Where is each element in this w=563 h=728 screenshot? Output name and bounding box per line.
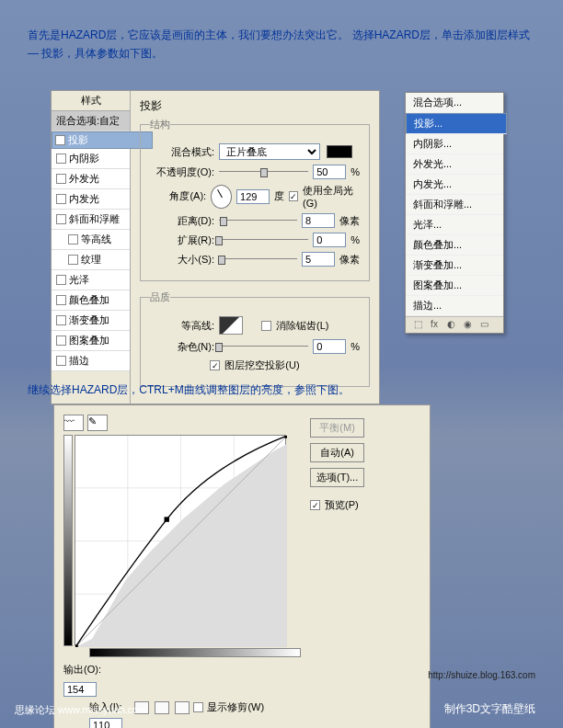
eyedropper-white-icon[interactable]: [175, 701, 190, 714]
style-label: 图案叠加: [69, 334, 109, 347]
checkbox-icon[interactable]: [56, 174, 66, 184]
checkbox-icon[interactable]: [56, 154, 66, 164]
eyedropper-gray-icon[interactable]: [155, 701, 169, 714]
mask-icon[interactable]: ◐: [444, 319, 457, 332]
noise-slider[interactable]: [219, 341, 308, 352]
checkbox-icon[interactable]: [56, 315, 66, 325]
size-input[interactable]: [302, 252, 335, 267]
spread-slider[interactable]: [219, 234, 308, 245]
style-label: 斜面和浮雕: [69, 212, 120, 226]
distance-label: 距离(D):: [150, 214, 214, 228]
ctx-stroke[interactable]: 描边...: [406, 296, 503, 316]
link-icon[interactable]: ⬚: [411, 319, 424, 332]
checkbox-icon[interactable]: [56, 214, 66, 224]
size-slider[interactable]: [219, 254, 297, 265]
style-bevel[interactable]: 斜面和浮雕: [52, 210, 130, 230]
checkbox-icon[interactable]: ✓: [289, 191, 298, 201]
style-label: 投影: [68, 133, 88, 147]
noise-label: 杂色(N):: [150, 340, 214, 354]
curves-graph[interactable]: [75, 435, 286, 646]
angle-input[interactable]: [236, 189, 270, 204]
opacity-input[interactable]: [313, 165, 346, 179]
style-contour[interactable]: 等高线: [52, 230, 130, 250]
shadow-panel: 投影 结构 混合模式: 正片叠底 不透明度(O): % 角度(A): 度 ✓ 使…: [131, 91, 379, 404]
style-label: 纹理: [81, 253, 101, 267]
checkbox-icon[interactable]: [68, 234, 78, 245]
svg-rect-8: [75, 644, 78, 647]
watermark-url: http://shuize.blog.163.com: [428, 670, 535, 680]
distance-input[interactable]: [302, 213, 335, 228]
preview-label: 预览(P): [325, 498, 359, 512]
intro-text-1: 首先是HAZARD层，它应该是画面的主体，我们要想办法突出它。 选择HAZARD…: [0, 0, 563, 74]
style-color-overlay[interactable]: 颜色叠加: [52, 290, 130, 311]
style-gradient-overlay[interactable]: 渐变叠加: [52, 311, 130, 331]
structure-legend: 结构: [150, 118, 170, 131]
palette-footer: ⬚ fx ◐ ◉ ▭: [406, 316, 503, 333]
checkbox-icon[interactable]: [193, 702, 203, 712]
style-texture[interactable]: 纹理: [52, 250, 130, 270]
checkbox-icon[interactable]: ✓: [55, 135, 65, 145]
checkbox-icon[interactable]: [56, 356, 66, 366]
checkbox-icon[interactable]: [261, 321, 271, 331]
blend-mode-select[interactable]: 正片叠底: [219, 143, 320, 160]
ctx-drop-shadow[interactable]: 投影...: [406, 113, 507, 134]
style-stroke[interactable]: 描边: [52, 351, 130, 371]
quality-legend: 品质: [150, 290, 170, 304]
checkbox-icon[interactable]: [68, 255, 78, 265]
style-pattern-overlay[interactable]: 图案叠加: [52, 331, 130, 351]
pencil-tool-button[interactable]: ✎: [87, 415, 108, 431]
svg-rect-9: [284, 436, 287, 438]
ctx-bevel[interactable]: 斜面和浮雕...: [406, 195, 503, 215]
style-label: 渐变叠加: [69, 313, 109, 327]
style-inner-shadow[interactable]: 内阴影: [52, 149, 130, 169]
distance-slider[interactable]: [219, 215, 297, 226]
spread-label: 扩展(R):: [150, 233, 214, 247]
ctx-blend-options[interactable]: 混合选项...: [406, 93, 503, 113]
checkbox-icon[interactable]: ✓: [310, 500, 320, 510]
checkbox-icon[interactable]: [56, 336, 66, 346]
input-value[interactable]: [89, 718, 122, 728]
color-swatch[interactable]: [327, 145, 352, 158]
curves-dialog: 〰 ✎ 输出(O):: [53, 404, 431, 728]
ctx-satin[interactable]: 光泽...: [406, 215, 503, 235]
spread-input[interactable]: [313, 233, 346, 247]
intro-text-2: 继续选择HAZARD层，CTRL+M曲线调整图层的亮度，参照下图。: [0, 375, 377, 405]
style-label: 外发光: [69, 172, 99, 186]
ctx-inner-shadow[interactable]: 内阴影...: [406, 134, 503, 154]
options-button[interactable]: 选项(T)...: [310, 468, 364, 487]
svg-rect-7: [165, 517, 169, 521]
noise-input[interactable]: [313, 339, 346, 354]
balance-button: 平衡(M): [310, 418, 364, 438]
output-input[interactable]: [63, 682, 97, 697]
context-menu: 混合选项... 投影... 内阴影... 外发光... 内发光... 斜面和浮雕…: [405, 92, 504, 334]
blend-options-item[interactable]: 混合选项:自定: [52, 111, 130, 131]
ctx-color-overlay[interactable]: 颜色叠加...: [406, 235, 503, 256]
adjust-icon[interactable]: ◉: [461, 319, 474, 332]
auto-button[interactable]: 自动(A): [310, 443, 364, 462]
ctx-gradient-overlay[interactable]: 渐变叠加...: [406, 256, 503, 276]
fx-icon[interactable]: fx: [428, 319, 441, 332]
deg-label: 度: [274, 189, 284, 203]
curves-right: 平衡(M) 自动(A) 选项(T)... ✓预览(P): [310, 415, 364, 728]
style-header: 样式: [52, 91, 130, 111]
ctx-inner-glow[interactable]: 内发光...: [406, 175, 503, 195]
style-label: 等高线: [81, 233, 111, 246]
ctx-pattern-overlay[interactable]: 图案叠加...: [406, 276, 503, 296]
show-clip-label: 显示修剪(W): [207, 700, 264, 714]
angle-dial[interactable]: [211, 185, 232, 209]
checkbox-icon[interactable]: [56, 194, 66, 204]
output-gradient: [63, 435, 73, 646]
checkbox-icon[interactable]: ✓: [210, 360, 220, 370]
checkbox-icon[interactable]: [56, 275, 66, 285]
panel-title: 投影: [140, 98, 370, 114]
layer-style-dialog: 样式 混合选项:自定 ✓投影 内阴影 外发光 内发光 斜面和浮雕 等高线 纹理 …: [51, 90, 380, 404]
folder-icon[interactable]: ▭: [477, 319, 490, 332]
ctx-outer-glow[interactable]: 外发光...: [406, 154, 503, 175]
opacity-slider[interactable]: [219, 166, 308, 177]
contour-picker[interactable]: [219, 316, 243, 335]
style-inner-glow[interactable]: 内发光: [52, 189, 130, 210]
style-satin[interactable]: 光泽: [52, 270, 130, 290]
curve-tool-button[interactable]: 〰: [63, 415, 84, 431]
checkbox-icon[interactable]: [56, 295, 66, 305]
style-outer-glow[interactable]: 外发光: [52, 169, 130, 189]
